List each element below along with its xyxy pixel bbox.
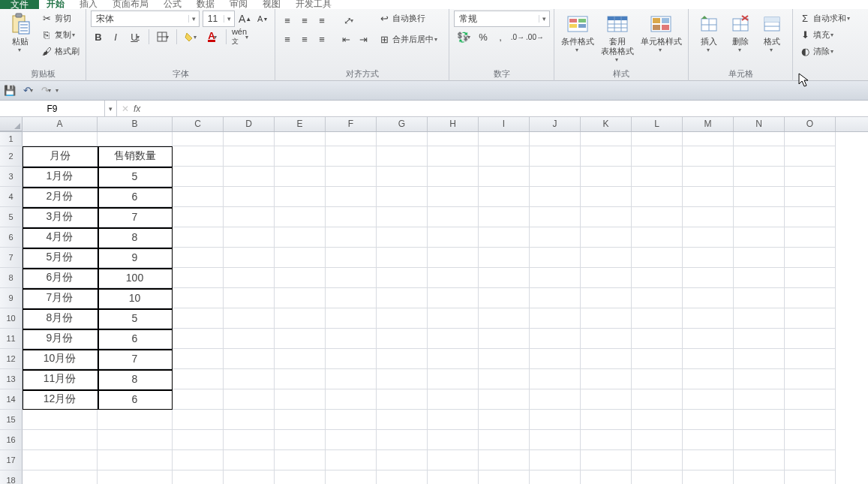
delete-cells-button[interactable]: 删除▾ xyxy=(725,11,756,53)
tab-insert[interactable]: 插入 xyxy=(72,0,105,9)
cell-G9[interactable] xyxy=(377,288,428,308)
cell-B16[interactable] xyxy=(98,430,173,450)
cell-L2[interactable] xyxy=(632,146,683,167)
cell-K16[interactable] xyxy=(581,430,632,450)
cell-O5[interactable] xyxy=(785,207,836,227)
cell-H17[interactable] xyxy=(428,450,479,470)
cell-M15[interactable] xyxy=(683,410,734,430)
col-header-G[interactable]: G xyxy=(377,117,428,131)
cell-A15[interactable] xyxy=(23,410,98,430)
cell-L10[interactable] xyxy=(632,308,683,329)
cell-K7[interactable] xyxy=(581,248,632,268)
cell-B14[interactable]: 6 xyxy=(98,389,173,410)
cell-G18[interactable] xyxy=(377,470,428,484)
cell-K8[interactable] xyxy=(581,268,632,288)
cell-N8[interactable] xyxy=(734,268,785,288)
cell-N6[interactable] xyxy=(734,227,785,248)
col-header-A[interactable]: A xyxy=(23,117,98,131)
cell-A7[interactable]: 5月份 xyxy=(23,248,98,268)
cell-D4[interactable] xyxy=(224,187,275,207)
cell-O13[interactable] xyxy=(785,369,836,389)
cell-B2[interactable]: 售销数量 xyxy=(98,146,173,167)
cell-F2[interactable] xyxy=(326,146,377,167)
row-header-10[interactable]: 10 xyxy=(0,308,23,329)
cell-I17[interactable] xyxy=(479,450,530,470)
cell-B10[interactable]: 5 xyxy=(98,308,173,329)
cell-O10[interactable] xyxy=(785,308,836,329)
grow-font-button[interactable]: A▲ xyxy=(238,11,253,26)
cell-B11[interactable]: 6 xyxy=(98,329,173,349)
cell-A12[interactable]: 10月份 xyxy=(23,349,98,369)
cell-J5[interactable] xyxy=(530,207,581,227)
cell-N4[interactable] xyxy=(734,187,785,207)
cell-B7[interactable]: 9 xyxy=(98,248,173,268)
merge-center-button[interactable]: ⊞合并后居中▾ xyxy=(377,32,439,47)
cell-L3[interactable] xyxy=(632,167,683,187)
cell-J8[interactable] xyxy=(530,268,581,288)
cell-F6[interactable] xyxy=(326,227,377,248)
col-header-H[interactable]: H xyxy=(428,117,479,131)
cell-C17[interactable] xyxy=(173,450,224,470)
cell-D8[interactable] xyxy=(224,268,275,288)
cell-styles-button[interactable]: 单元格样式▾ xyxy=(638,11,683,53)
cell-B4[interactable]: 6 xyxy=(98,187,173,207)
fill-button[interactable]: ⬇填充▾ xyxy=(797,27,851,42)
cell-C4[interactable] xyxy=(173,187,224,207)
cell-I8[interactable] xyxy=(479,268,530,288)
cell-K1[interactable] xyxy=(581,132,632,146)
cell-M12[interactable] xyxy=(683,349,734,369)
percent-button[interactable]: % xyxy=(476,29,491,44)
fill-color-button[interactable]: ▾ xyxy=(181,29,200,44)
cell-N3[interactable] xyxy=(734,167,785,187)
cell-I11[interactable] xyxy=(479,329,530,349)
row-header-5[interactable]: 5 xyxy=(0,207,23,227)
cell-K9[interactable] xyxy=(581,288,632,308)
tab-formulas[interactable]: 公式 xyxy=(156,0,189,9)
cell-G4[interactable] xyxy=(377,187,428,207)
cell-J11[interactable] xyxy=(530,329,581,349)
cell-A13[interactable]: 11月份 xyxy=(23,369,98,389)
increase-indent-button[interactable]: ⇥ xyxy=(356,32,371,47)
cell-G14[interactable] xyxy=(377,389,428,410)
cell-I7[interactable] xyxy=(479,248,530,268)
cell-H8[interactable] xyxy=(428,268,479,288)
cell-I13[interactable] xyxy=(479,369,530,389)
select-all-corner[interactable] xyxy=(0,117,23,131)
cell-N2[interactable] xyxy=(734,146,785,167)
cell-E18[interactable] xyxy=(275,470,326,484)
cell-K4[interactable] xyxy=(581,187,632,207)
cell-G17[interactable] xyxy=(377,450,428,470)
font-size-combo[interactable]: 11▾ xyxy=(203,11,235,27)
cell-B18[interactable] xyxy=(98,470,173,484)
number-format-combo[interactable]: 常规▾ xyxy=(454,11,550,27)
cell-B15[interactable] xyxy=(98,410,173,430)
cell-N10[interactable] xyxy=(734,308,785,329)
cell-O7[interactable] xyxy=(785,248,836,268)
cell-J6[interactable] xyxy=(530,227,581,248)
cell-J3[interactable] xyxy=(530,167,581,187)
row-header-9[interactable]: 9 xyxy=(0,288,23,308)
col-header-C[interactable]: C xyxy=(173,117,224,131)
cell-A5[interactable]: 3月份 xyxy=(23,207,98,227)
cell-N1[interactable] xyxy=(734,132,785,146)
cell-E12[interactable] xyxy=(275,349,326,369)
cell-C7[interactable] xyxy=(173,248,224,268)
cell-C16[interactable] xyxy=(173,430,224,450)
cell-N9[interactable] xyxy=(734,288,785,308)
cell-A11[interactable]: 9月份 xyxy=(23,329,98,349)
cell-K10[interactable] xyxy=(581,308,632,329)
clear-button[interactable]: ◐清除▾ xyxy=(797,44,851,59)
cell-E7[interactable] xyxy=(275,248,326,268)
row-header-17[interactable]: 17 xyxy=(0,450,23,470)
col-header-N[interactable]: N xyxy=(734,117,785,131)
cell-F8[interactable] xyxy=(326,268,377,288)
cell-J7[interactable] xyxy=(530,248,581,268)
cell-I6[interactable] xyxy=(479,227,530,248)
row-header-13[interactable]: 13 xyxy=(0,369,23,389)
tab-home[interactable]: 开始 xyxy=(39,0,72,9)
cell-E10[interactable] xyxy=(275,308,326,329)
align-left-button[interactable]: ≡ xyxy=(280,32,295,47)
cell-D17[interactable] xyxy=(224,450,275,470)
row-header-18[interactable]: 18 xyxy=(0,470,23,484)
cell-H1[interactable] xyxy=(428,132,479,146)
